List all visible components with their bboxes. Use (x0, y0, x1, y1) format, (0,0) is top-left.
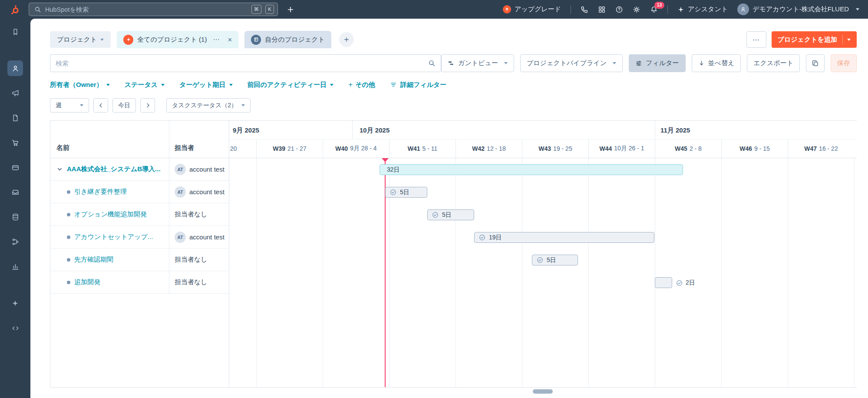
bar-duration-label: 5日 (400, 189, 409, 196)
filter-status-label: ステータス (125, 81, 158, 89)
week-cell: W409月 28 - 4 (323, 139, 389, 158)
add-project-label: プロジェクトを追加 (778, 36, 837, 44)
add-project-button[interactable]: プロジェクトを追加 (772, 31, 857, 48)
task-name-link[interactable]: 追加開発 (74, 278, 100, 286)
sliders-icon (635, 60, 642, 67)
add-view-button[interactable] (339, 32, 354, 47)
table-row: 先方確認期間 担当者なし (50, 249, 229, 271)
notification-badge: 13 (654, 2, 664, 9)
account-menu[interactable]: デモアカウント-株式会社FLUED (737, 3, 859, 15)
sidebar-item-crm[interactable] (7, 60, 23, 76)
grid-line (588, 158, 589, 387)
assistant-label: アシスタント (688, 5, 728, 13)
period-dropdown[interactable]: 週 (50, 98, 89, 113)
task-status-dropdown[interactable]: タスクステータス（2） (166, 98, 251, 113)
save-button[interactable]: 保存 (831, 54, 857, 72)
name-cell: アカウントセットアップ... (50, 226, 169, 248)
week-number: W39 (273, 145, 285, 152)
assistant-button[interactable]: アシスタント (677, 5, 728, 13)
chevron-right-icon (145, 102, 151, 109)
table-search-input[interactable] (56, 60, 428, 67)
week-number: W40 (335, 145, 348, 152)
task-name-link[interactable]: アカウントセットアップ... (74, 233, 153, 241)
bookmark-icon (11, 28, 20, 36)
workflow-icon (11, 238, 20, 246)
view-mode-dropdown[interactable]: ガントビュー (441, 54, 514, 72)
tab-all-projects[interactable]: 全てのプロジェクト (1) ⋯ × (117, 31, 238, 48)
table-row: アカウントセットアップ... AT account test (50, 226, 229, 249)
sidebar-item-service[interactable] (7, 184, 23, 200)
more-filters-button[interactable]: + その他 (348, 80, 375, 89)
task-name-link[interactable]: 引き継ぎ要件整理 (74, 188, 127, 196)
week-cell: W452 - 8 (655, 139, 721, 158)
assignee-name: account test (189, 233, 224, 241)
toolbar-row: ガントビュー プロジェクトパイプライン フィルター 並べ替え エクスポート (50, 54, 857, 72)
calling-button[interactable] (581, 6, 588, 13)
project-name-link[interactable]: AAA株式会社_システムB導入... (67, 165, 161, 173)
topbar-divider (667, 5, 668, 14)
table-row: AAA株式会社_システムB導入... AT account test (50, 158, 229, 181)
sort-button[interactable]: 並べ替え (692, 54, 741, 72)
task-name-link[interactable]: オプション機能追加開発 (74, 210, 147, 219)
sidebar-item-content[interactable] (7, 110, 23, 126)
gantt-bar-task[interactable]: 5日 (385, 187, 427, 198)
name-cell: 先方確認期間 (50, 249, 169, 271)
pipeline-dropdown[interactable]: プロジェクトパイプライン (520, 54, 623, 72)
settings-button[interactable] (633, 6, 640, 13)
grid-line (854, 158, 855, 387)
previous-period-button[interactable] (93, 98, 108, 113)
export-button[interactable]: エクスポート (747, 54, 800, 72)
tab-my-projects[interactable]: 自分のプロジェクト (244, 31, 331, 48)
week-range: 16 - 22 (819, 145, 838, 152)
help-button[interactable] (615, 6, 623, 13)
sidebar-item-reporting[interactable] (7, 259, 23, 274)
marketplace-button[interactable] (598, 6, 606, 13)
sidebar-item-payments[interactable] (7, 159, 23, 175)
bar-chart-icon (11, 262, 20, 271)
tab-options-icon[interactable]: ⋯ (213, 36, 220, 43)
filter-last-activity-dropdown[interactable]: 前回のアクティビティー日 (248, 81, 334, 89)
assignee-cell: 担当者なし (169, 203, 229, 226)
export-label: エクスポート (753, 59, 793, 67)
topbar-divider (571, 5, 571, 14)
sidebar-item-development[interactable] (7, 320, 23, 336)
next-period-button[interactable] (140, 98, 155, 113)
gantt-bar-project[interactable]: 32日 (380, 164, 683, 175)
global-search[interactable]: ⌘ K (29, 3, 278, 16)
week-range: 19 - 25 (553, 145, 572, 152)
sidebar-item-automations[interactable] (7, 234, 23, 249)
grid-line (655, 158, 655, 387)
period-label: 週 (56, 102, 62, 109)
filter-label: フィルター (646, 59, 679, 67)
sidebar-item-marketing[interactable] (7, 85, 23, 101)
task-name-link[interactable]: 先方確認期間 (74, 255, 113, 264)
gantt-bar-task[interactable]: 5日 (427, 209, 474, 220)
filter-owner-dropdown[interactable]: 所有者（Owner） (50, 81, 110, 89)
filter-target-date-dropdown[interactable]: ターゲット期日 (179, 81, 232, 89)
notifications-button[interactable]: 13 (650, 6, 658, 13)
sidebar-item-commerce[interactable] (7, 135, 23, 150)
gantt-bar-task[interactable]: 5日 (532, 255, 578, 265)
filter-status-dropdown[interactable]: ステータス (125, 81, 165, 89)
megaphone-icon (11, 89, 20, 97)
advanced-filters-button[interactable]: 詳細フィルター (390, 81, 446, 89)
chevron-down-icon[interactable] (56, 166, 63, 172)
copy-view-button[interactable] (806, 54, 825, 72)
gantt-bar-task[interactable] (655, 277, 672, 288)
project-type-selector[interactable]: プロジェクト (50, 31, 111, 48)
sidebar-item-breeze-ai[interactable] (7, 295, 23, 311)
close-icon[interactable]: × (228, 36, 232, 43)
more-options-button[interactable]: ⋯ (746, 31, 766, 48)
horizontal-scrollbar[interactable] (533, 389, 553, 394)
hubspot-logo-icon[interactable] (10, 4, 20, 15)
table-search[interactable] (50, 54, 441, 72)
quick-create-button[interactable] (287, 6, 294, 13)
global-search-input[interactable] (45, 6, 248, 13)
sidebar-item-data[interactable] (7, 209, 23, 225)
sidebar-item-bookmarks[interactable] (7, 24, 23, 40)
filter-button[interactable]: フィルター (629, 54, 685, 72)
gantt-bar-task[interactable]: 19日 (474, 232, 654, 243)
upgrade-button[interactable]: アップグレード (503, 5, 561, 13)
assignee-cell: AT account test (169, 226, 229, 248)
today-button[interactable]: 今日 (112, 98, 136, 113)
